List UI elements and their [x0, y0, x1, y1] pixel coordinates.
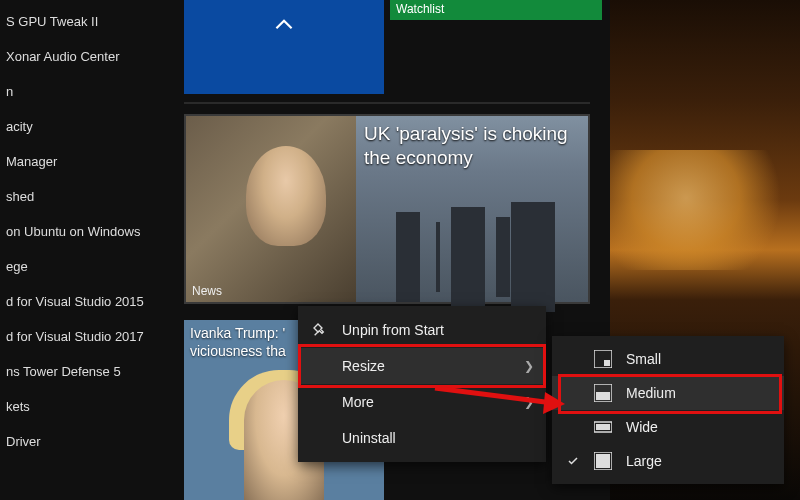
app-list-item[interactable]: shed: [0, 179, 170, 214]
news-headline: UK 'paralysis' is choking the economy: [364, 122, 582, 170]
blank-icon: [312, 430, 328, 446]
blank-icon: [312, 394, 328, 410]
app-list-item[interactable]: acity: [0, 109, 170, 144]
menu-label: Unpin from Start: [342, 322, 444, 338]
app-list: S GPU Tweak II Xonar Audio Center n acit…: [0, 0, 170, 459]
app-list-item[interactable]: kets: [0, 389, 170, 424]
menu-label: Resize: [342, 358, 385, 374]
menu-label: Medium: [626, 385, 676, 401]
resize-option-small[interactable]: Small: [552, 342, 784, 376]
svg-rect-8: [596, 454, 610, 468]
unpin-icon: [312, 322, 328, 338]
blank-icon: [312, 358, 328, 374]
app-list-item[interactable]: d for Visual Studio 2015: [0, 284, 170, 319]
app-list-item[interactable]: d for Visual Studio 2017: [0, 319, 170, 354]
app-list-item[interactable]: ege: [0, 249, 170, 284]
news-app-label: News: [192, 284, 222, 298]
app-list-item[interactable]: on Ubuntu on Windows: [0, 214, 170, 249]
app-list-item[interactable]: Manager: [0, 144, 170, 179]
chevron-right-icon: ❯: [524, 395, 534, 409]
resize-option-medium[interactable]: Medium: [552, 376, 784, 410]
watchlist-tile[interactable]: Watchlist: [390, 0, 602, 20]
svg-rect-4: [596, 392, 610, 400]
app-list-item[interactable]: n: [0, 74, 170, 109]
resize-submenu: Small Medium Wide Large: [552, 336, 784, 484]
chevron-up-icon: [271, 12, 297, 38]
check-icon: [566, 455, 580, 467]
svg-rect-2: [604, 360, 610, 366]
menu-item-resize[interactable]: Resize ❯: [298, 348, 546, 384]
size-medium-icon: [594, 384, 612, 402]
app-list-item[interactable]: Driver: [0, 424, 170, 459]
menu-item-unpin[interactable]: Unpin from Start: [298, 312, 546, 348]
menu-label: Small: [626, 351, 661, 367]
watchlist-label: Watchlist: [396, 2, 444, 16]
menu-item-uninstall[interactable]: Uninstall: [298, 420, 546, 456]
menu-label: More: [342, 394, 374, 410]
menu-label: Wide: [626, 419, 658, 435]
chevron-right-icon: ❯: [524, 359, 534, 373]
svg-line-0: [315, 331, 319, 335]
menu-item-more[interactable]: More ❯: [298, 384, 546, 420]
tile-context-menu: Unpin from Start Resize ❯ More ❯ Uninsta…: [298, 306, 546, 462]
resize-option-large[interactable]: Large: [552, 444, 784, 478]
screenshot-root: S GPU Tweak II Xonar Audio Center n acit…: [0, 0, 800, 500]
size-small-icon: [594, 350, 612, 368]
tile-group-divider: [184, 102, 590, 104]
app-list-item[interactable]: ns Tower Defense 5: [0, 354, 170, 389]
resize-option-wide[interactable]: Wide: [552, 410, 784, 444]
app-list-item[interactable]: Xonar Audio Center: [0, 39, 170, 74]
svg-rect-6: [596, 424, 610, 430]
news-tile-photo: [186, 116, 356, 302]
app-list-item[interactable]: S GPU Tweak II: [0, 4, 170, 39]
menu-label: Large: [626, 453, 662, 469]
menu-label: Uninstall: [342, 430, 396, 446]
size-wide-icon: [594, 418, 612, 436]
size-large-icon: [594, 452, 612, 470]
news-tile[interactable]: UK 'paralysis' is choking the economy Ne…: [184, 114, 590, 304]
live-tile-collapsed[interactable]: [184, 0, 384, 94]
